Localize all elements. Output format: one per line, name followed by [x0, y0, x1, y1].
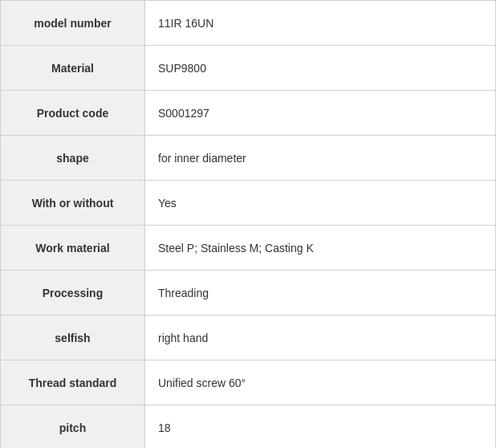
table-row: MaterialSUP9800 — [1, 46, 495, 91]
row-value: S0001297 — [145, 96, 495, 131]
row-label: Material — [1, 46, 145, 90]
table-row: Product codeS0001297 — [1, 91, 495, 136]
row-label: Product code — [1, 91, 145, 135]
row-label: shape — [1, 136, 145, 180]
row-value: right hand — [145, 320, 495, 356]
table-row: With or withoutYes — [1, 181, 495, 226]
row-value: Threading — [145, 275, 495, 311]
row-value: 11IR 16UN — [145, 6, 495, 41]
table-row: selfishright hand — [1, 316, 495, 360]
row-value: Yes — [145, 185, 495, 221]
row-label: model number — [1, 1, 145, 45]
row-value: Unified screw 60° — [145, 365, 495, 401]
row-label: pitch — [1, 405, 145, 448]
table-row: shapefor inner diameter — [1, 136, 495, 181]
row-label: With or without — [1, 181, 145, 225]
row-value: Steel P; Stainless M; Casting K — [145, 230, 495, 266]
table-row: pitch18 — [1, 405, 495, 448]
row-label: Thread standard — [1, 360, 145, 405]
table-row: model number11IR 16UN — [1, 1, 495, 46]
table-row: Work materialSteel P; Stainless M; Casti… — [1, 226, 495, 271]
product-details-table: model number11IR 16UNMaterialSUP9800Prod… — [0, 0, 496, 448]
row-label: selfish — [1, 316, 145, 360]
row-value: 18 — [145, 410, 495, 446]
table-row: ProcessingThreading — [1, 271, 495, 316]
row-label: Work material — [1, 226, 145, 270]
row-value: for inner diameter — [145, 141, 495, 176]
row-value: SUP9800 — [145, 51, 495, 86]
row-label: Processing — [1, 271, 145, 315]
table-row: Thread standardUnified screw 60° — [1, 360, 495, 405]
